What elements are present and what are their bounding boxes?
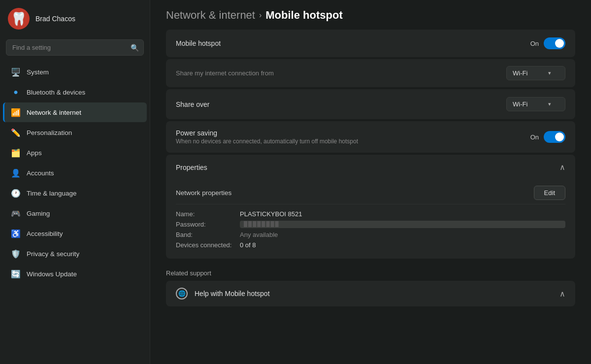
- band-val: Any available: [240, 231, 565, 238]
- avatar: 🦷: [8, 8, 30, 30]
- sidebar-item-privacy-label: Privacy & security: [27, 250, 79, 258]
- edit-button[interactable]: Edit: [534, 186, 565, 200]
- sidebar-item-accounts-label: Accounts: [27, 169, 54, 177]
- mobile-hotspot-controls: On: [530, 37, 565, 49]
- sidebar-item-windows-update-label: Windows Update: [27, 270, 77, 278]
- power-saving-card: Power saving When no devices are connect…: [166, 121, 575, 153]
- time-icon: 🕐: [11, 188, 21, 198]
- sidebar-item-accessibility[interactable]: ♿ Accessibility: [3, 224, 147, 243]
- band-key: Band:: [176, 231, 240, 238]
- share-connection-value: Wi-Fi: [513, 69, 527, 77]
- bluetooth-icon: ●: [11, 87, 21, 97]
- share-over-value: Wi-Fi: [513, 100, 527, 108]
- sidebar-item-apps-label: Apps: [27, 149, 42, 157]
- sidebar-item-system-label: System: [27, 68, 49, 76]
- mobile-hotspot-toggle[interactable]: [544, 37, 565, 49]
- devices-key: Devices connected:: [176, 241, 240, 249]
- sidebar-item-accessibility-label: Accessibility: [27, 230, 63, 237]
- privacy-icon: 🛡️: [11, 249, 21, 259]
- power-saving-row: Power saving When no devices are connect…: [166, 121, 575, 153]
- power-saving-label: Power saving: [176, 129, 358, 137]
- search-input[interactable]: [6, 39, 144, 56]
- devices-val: 0 of 8: [240, 241, 565, 249]
- sidebar-item-windows-update[interactable]: 🔄 Windows Update: [3, 264, 147, 284]
- properties-label: Properties: [176, 164, 207, 171]
- sidebar-item-system[interactable]: 🖥️ System: [3, 62, 147, 82]
- search-icon: 🔍: [131, 44, 139, 52]
- sidebar-item-accounts[interactable]: 👤 Accounts: [3, 163, 147, 183]
- user-profile: 🦷 Brad Chacos: [0, 0, 150, 35]
- share-over-row: Share over Wi-Fi ▾: [166, 89, 575, 119]
- share-connection-dropdown[interactable]: Wi-Fi ▾: [506, 66, 565, 80]
- mobile-hotspot-card: Mobile hotspot On: [166, 30, 575, 57]
- system-icon: 🖥️: [11, 67, 21, 77]
- properties-header[interactable]: Properties ∧: [166, 155, 575, 180]
- share-over-label: Share over: [176, 100, 209, 108]
- sidebar-item-personalization-label: Personalization: [27, 129, 72, 136]
- network-icon: 📶: [11, 107, 21, 117]
- share-over-dropdown[interactable]: Wi-Fi ▾: [506, 97, 565, 111]
- share-connection-row: Share my internet connection from Wi-Fi …: [166, 59, 575, 87]
- page-title: Mobile hotspot: [265, 9, 342, 22]
- network-props-label: Network properties: [176, 189, 231, 197]
- sidebar-item-apps[interactable]: 🗂️ Apps: [3, 143, 147, 163]
- sidebar-item-gaming[interactable]: 🎮 Gaming: [3, 203, 147, 223]
- breadcrumb: Network & internet › Mobile hotspot: [166, 0, 575, 30]
- sidebar-item-network[interactable]: 📶 Network & internet: [3, 102, 147, 122]
- share-over-card: Share over Wi-Fi ▾: [166, 89, 575, 119]
- support-chevron: ∧: [559, 289, 565, 298]
- sidebar: 🦷 Brad Chacos 🔍 🖥️ System ● Bluetooth & …: [0, 0, 150, 364]
- apps-icon: 🗂️: [11, 148, 21, 158]
- sidebar-nav: 🖥️ System ● Bluetooth & devices 📶 Networ…: [0, 62, 150, 284]
- share-connection-card: Share my internet connection from Wi-Fi …: [166, 59, 575, 87]
- sidebar-item-time-label: Time & language: [27, 190, 77, 197]
- support-row-left: 🌐 Help with Mobile hotspot: [176, 288, 270, 299]
- power-saving-toggle[interactable]: [544, 131, 565, 143]
- sidebar-item-personalization[interactable]: ✏️ Personalization: [3, 123, 147, 142]
- sidebar-item-privacy[interactable]: 🛡️ Privacy & security: [3, 244, 147, 264]
- share-connection-label: Share my internet connection from: [176, 69, 274, 77]
- sidebar-item-gaming-label: Gaming: [27, 210, 50, 217]
- main-content: Network & internet › Mobile hotspot Mobi…: [150, 0, 591, 364]
- name-key: Name:: [176, 210, 240, 218]
- support-card: 🌐 Help with Mobile hotspot ∧: [166, 281, 575, 306]
- name-val: PLASTICKYBOI 8521: [240, 210, 565, 218]
- user-name: Brad Chacos: [35, 15, 75, 23]
- sidebar-item-network-label: Network & internet: [27, 109, 81, 116]
- mobile-hotspot-label: Mobile hotspot: [176, 39, 221, 47]
- password-val: ████████: [240, 221, 565, 228]
- properties-chevron: ∧: [559, 163, 565, 172]
- network-props-row: Network properties Edit: [176, 180, 565, 204]
- breadcrumb-parent: Network & internet: [166, 9, 255, 22]
- help-hotspot-row[interactable]: 🌐 Help with Mobile hotspot ∧: [166, 281, 575, 306]
- password-key: Password:: [176, 221, 240, 228]
- help-hotspot-label: Help with Mobile hotspot: [195, 290, 270, 298]
- power-saving-text: Power saving When no devices are connect…: [176, 129, 358, 145]
- power-saving-controls: On: [530, 131, 565, 143]
- properties-card: Properties ∧ Network properties Edit Nam…: [166, 155, 575, 259]
- power-saving-sublabel: When no devices are connected, automatic…: [176, 138, 358, 145]
- breadcrumb-separator: ›: [259, 11, 262, 20]
- sidebar-item-bluetooth[interactable]: ● Bluetooth & devices: [3, 82, 147, 102]
- search-box[interactable]: 🔍: [6, 39, 144, 56]
- mobile-hotspot-status: On: [530, 40, 539, 47]
- globe-icon: 🌐: [176, 288, 188, 299]
- sidebar-item-bluetooth-label: Bluetooth & devices: [27, 89, 85, 96]
- mobile-hotspot-row: Mobile hotspot On: [166, 30, 575, 57]
- personalization-icon: ✏️: [11, 128, 21, 137]
- accounts-icon: 👤: [11, 168, 21, 178]
- related-support-label: Related support: [166, 261, 575, 281]
- prop-details: Name: PLASTICKYBOI 8521 Password: ██████…: [176, 204, 565, 249]
- accessibility-icon: ♿: [11, 229, 21, 238]
- share-over-controls: Wi-Fi ▾: [506, 97, 565, 111]
- gaming-icon: 🎮: [11, 208, 21, 218]
- properties-body: Network properties Edit Name: PLASTICKYB…: [166, 180, 575, 259]
- windows-update-icon: 🔄: [11, 269, 21, 279]
- share-connection-chevron: ▾: [548, 70, 551, 76]
- sidebar-item-time[interactable]: 🕐 Time & language: [3, 183, 147, 203]
- power-saving-status: On: [530, 133, 539, 141]
- share-over-chevron: ▾: [548, 101, 551, 107]
